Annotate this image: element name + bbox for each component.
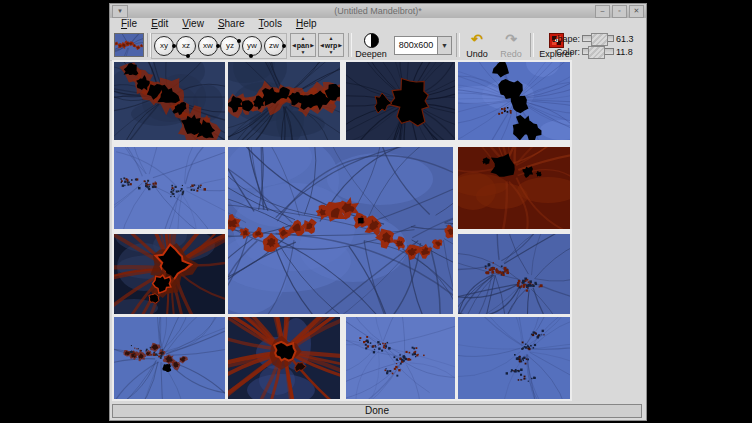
warp-left-icon[interactable]: ◀	[320, 42, 324, 48]
angle-dot-icon	[186, 54, 190, 58]
mutant-fractal-tile[interactable]	[458, 62, 570, 140]
rotate-xz-button[interactable]: xz	[175, 35, 197, 57]
deepen-icon	[364, 33, 379, 48]
angle-dot-icon	[249, 54, 253, 58]
menubar: File Edit View Share Tools Help	[110, 18, 646, 30]
app-window: ▾ (Untitled Mandelbrot)* – ▫ ✕ File Edit…	[109, 3, 647, 421]
mutant-fractal-tile[interactable]	[228, 317, 340, 399]
mutant-fractal-tile[interactable]	[114, 317, 225, 399]
undo-icon: ↶	[471, 33, 483, 46]
warp-up-icon[interactable]: ▲	[329, 35, 334, 41]
color-value: 11.8	[616, 47, 638, 57]
pan-down-icon[interactable]: ▼	[301, 49, 306, 55]
shape-slider-label: Shape:	[548, 34, 580, 44]
redo-label: Redo	[500, 50, 522, 59]
mutant-fractal-tile[interactable]	[114, 62, 225, 140]
menu-edit[interactable]: Edit	[145, 18, 174, 30]
mutation-sliders: Shape: 61.3 Color: 11.8	[548, 32, 640, 58]
color-slider[interactable]	[582, 48, 614, 55]
mutant-fractal-tile[interactable]	[458, 317, 570, 399]
menu-share[interactable]: Share	[212, 18, 251, 30]
pan-up-icon[interactable]: ▲	[301, 35, 306, 41]
menu-view[interactable]: View	[176, 18, 210, 30]
mutant-fractal-tile[interactable]	[228, 62, 340, 140]
undo-label: Undo	[466, 50, 488, 59]
desktop: { "window": { "title": "(Untitled Mandel…	[0, 0, 752, 423]
explorer-grid	[112, 60, 646, 404]
menu-tools[interactable]: Tools	[253, 18, 288, 30]
undo-button[interactable]: ↶ Undo	[462, 33, 492, 59]
angle-dot-icon	[282, 44, 286, 48]
statusbar: Done	[110, 402, 646, 420]
menu-help[interactable]: Help	[290, 18, 323, 30]
warp-label: wrp	[325, 42, 337, 49]
dropdown-arrow-icon[interactable]: ▼	[438, 36, 452, 55]
toolbar-separator	[456, 33, 460, 57]
deepen-button[interactable]: Deepen	[352, 33, 390, 59]
rotate-zw-button[interactable]: zw	[263, 35, 285, 57]
redo-icon: ↷	[505, 33, 517, 46]
pan-label: pan	[297, 42, 309, 49]
pan-left-icon[interactable]: ◀	[292, 42, 296, 48]
status-progressbar: Done	[112, 404, 642, 418]
titlebar[interactable]: ▾ (Untitled Mandelbrot)* – ▫ ✕	[110, 4, 646, 19]
shape-value: 61.3	[616, 34, 638, 44]
rotate-xy-button[interactable]: xy	[153, 35, 175, 57]
mutant-fractal-tile[interactable]	[346, 317, 455, 399]
mutant-fractal-tile[interactable]	[346, 62, 455, 140]
rotate-yw-button[interactable]: yw	[241, 35, 263, 57]
redo-button[interactable]: ↷ Redo	[496, 33, 526, 59]
warp-down-icon[interactable]: ▼	[329, 49, 334, 55]
shape-slider-thumb[interactable]	[591, 33, 608, 46]
pan-control[interactable]: ▲ ◀ pan ▶ ▼	[290, 33, 316, 57]
color-slider-thumb[interactable]	[588, 46, 605, 59]
warp-control[interactable]: ▲ ◀ wrp ▶ ▼	[318, 33, 344, 57]
pan-right-icon[interactable]: ▶	[310, 42, 314, 48]
mutant-fractal-tile[interactable]	[114, 147, 225, 229]
rotate-xw-button[interactable]: xw	[197, 35, 219, 57]
deepen-label: Deepen	[355, 50, 387, 59]
resolution-value[interactable]: 800x600	[394, 36, 438, 55]
toolbar: xy xz xw yz yw	[110, 30, 646, 61]
rotation-group: xy xz xw yz yw	[151, 33, 287, 59]
resolution-combobox[interactable]: 800x600 ▼	[394, 36, 452, 55]
color-slider-label: Color:	[548, 47, 580, 57]
mutant-fractal-tile[interactable]	[114, 234, 225, 314]
warp-right-icon[interactable]: ▶	[338, 42, 342, 48]
close-icon[interactable]: ✕	[629, 5, 644, 18]
main-fractal-view[interactable]	[228, 147, 453, 314]
shape-slider[interactable]	[582, 35, 614, 42]
mutant-fractal-tile[interactable]	[458, 147, 570, 229]
minimize-icon[interactable]: –	[595, 5, 610, 18]
window-title: (Untitled Mandelbrot)*	[110, 6, 646, 16]
mutant-fractal-tile[interactable]	[458, 234, 570, 314]
menu-file[interactable]: File	[115, 18, 143, 30]
rotate-yz-button[interactable]: yz	[219, 35, 241, 57]
maximize-icon[interactable]: ▫	[612, 5, 627, 18]
current-fractal-preview	[114, 33, 144, 57]
